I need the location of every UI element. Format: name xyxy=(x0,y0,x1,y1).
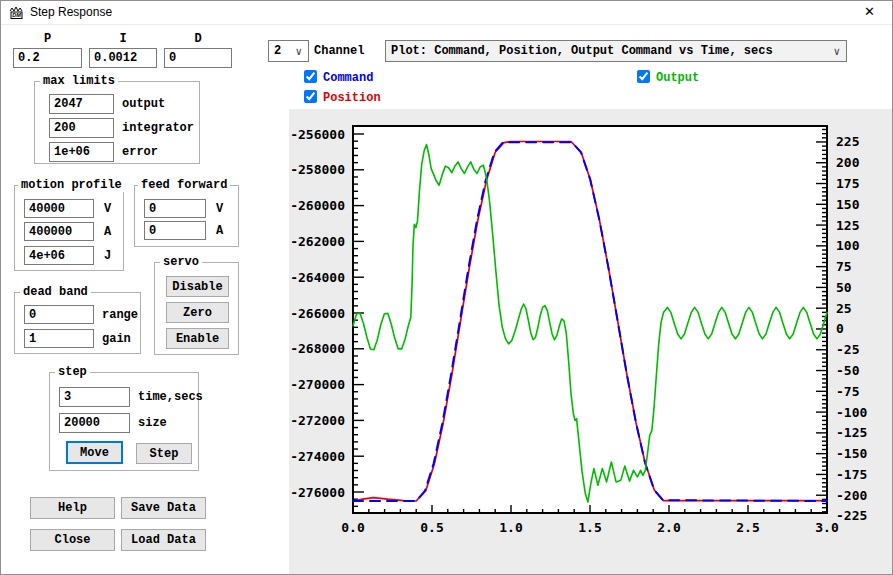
profile-acceleration-field[interactable] xyxy=(24,222,94,241)
save-data-button[interactable]: Save Data xyxy=(121,497,206,519)
deadband-gain-field[interactable] xyxy=(24,329,94,348)
close-button[interactable]: Close xyxy=(30,529,115,551)
ff-velocity-label: V xyxy=(216,202,223,216)
ff-acceleration-label: A xyxy=(216,224,223,238)
move-button[interactable]: Move xyxy=(66,441,123,464)
servo-disable-button[interactable]: Disable xyxy=(166,276,229,297)
channel-select[interactable]: 2 ∨ xyxy=(268,40,309,62)
chevron-down-icon: ∨ xyxy=(833,45,840,58)
step-response-window: DM Step Response ✕ P I D max limits outp… xyxy=(0,0,893,575)
deadband-gain-label: gain xyxy=(102,332,131,346)
step-button[interactable]: Step xyxy=(136,443,192,464)
p-label: P xyxy=(13,32,82,46)
ff-acceleration-field[interactable] xyxy=(144,221,206,240)
channel-value: 2 xyxy=(274,44,281,58)
d-field[interactable] xyxy=(164,48,232,68)
legend-label-command: Command xyxy=(323,71,373,85)
window-title: Step Response xyxy=(30,5,112,19)
plot-panel xyxy=(289,109,892,574)
chevron-down-icon: ∨ xyxy=(295,45,302,58)
motion-profile-group: motion profile V A J xyxy=(14,185,124,271)
servo-title: servo xyxy=(160,255,202,269)
feed-forward-title: feed forward xyxy=(138,178,230,192)
step-group: step time,secs size Move Step xyxy=(49,372,199,471)
step-size-label: size xyxy=(138,416,167,430)
servo-zero-button[interactable]: Zero xyxy=(166,302,229,323)
profile-velocity-field[interactable] xyxy=(24,199,94,218)
max-integrator-field[interactable] xyxy=(49,118,114,138)
max-limits-title: max limits xyxy=(40,74,118,88)
profile-velocity-label: V xyxy=(104,202,111,216)
i-label: I xyxy=(89,32,157,46)
max-error-label: error xyxy=(122,145,158,159)
motion-profile-title: motion profile xyxy=(18,178,125,192)
legend-checkbox-output[interactable] xyxy=(637,70,650,83)
plot-select[interactable]: Plot: Command, Position, Output Command … xyxy=(385,40,847,62)
help-button[interactable]: Help xyxy=(30,497,115,519)
plot-select-value: Plot: Command, Position, Output Command … xyxy=(391,44,773,58)
max-limits-group: max limits output integrator error xyxy=(34,81,200,164)
p-field[interactable] xyxy=(13,48,82,68)
app-icon: DM xyxy=(9,5,24,20)
i-field[interactable] xyxy=(89,48,157,68)
max-error-field[interactable] xyxy=(49,142,114,162)
servo-group: servo Disable Zero Enable xyxy=(154,262,239,355)
profile-jerk-label: J xyxy=(104,249,111,263)
max-output-field[interactable] xyxy=(49,94,114,114)
step-title: step xyxy=(55,365,90,379)
servo-enable-button[interactable]: Enable xyxy=(166,328,229,349)
legend-checkbox-command[interactable] xyxy=(304,70,317,83)
ff-velocity-field[interactable] xyxy=(144,199,206,218)
step-time-label: time,secs xyxy=(138,390,203,404)
profile-jerk-field[interactable] xyxy=(24,246,94,265)
app-monogram: DM xyxy=(12,12,21,18)
max-integrator-label: integrator xyxy=(122,121,194,135)
step-time-field[interactable] xyxy=(59,387,130,407)
deadband-range-field[interactable] xyxy=(24,305,94,324)
load-data-button[interactable]: Load Data xyxy=(121,529,206,551)
legend-label-position: Position xyxy=(323,91,381,105)
legend-checkbox-position[interactable] xyxy=(304,90,317,103)
legend-label-output: Output xyxy=(656,71,699,85)
titlebar: DM Step Response ✕ xyxy=(1,1,892,25)
deadband-range-label: range xyxy=(102,308,138,322)
channel-label: Channel xyxy=(314,44,364,58)
step-size-field[interactable] xyxy=(59,413,130,433)
close-icon[interactable]: ✕ xyxy=(847,1,892,23)
dead-band-group: dead band range gain xyxy=(14,292,141,354)
profile-acceleration-label: A xyxy=(104,225,111,239)
d-label: D xyxy=(164,32,232,46)
feed-forward-group: feed forward V A xyxy=(134,185,239,247)
dead-band-title: dead band xyxy=(20,285,91,299)
max-output-label: output xyxy=(122,97,165,111)
